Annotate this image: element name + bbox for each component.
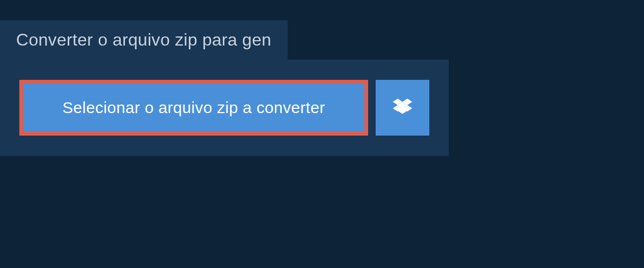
select-file-button[interactable]: Selecionar o arquivo zip a converter: [19, 80, 368, 136]
tab-convert-zip-to-gen[interactable]: Converter o arquivo zip para gen: [0, 20, 288, 59]
dropbox-icon: [393, 98, 412, 117]
select-file-label: Selecionar o arquivo zip a converter: [62, 99, 325, 117]
content-panel: Selecionar o arquivo zip a converter: [0, 59, 449, 156]
dropbox-button[interactable]: [376, 80, 429, 136]
converter-container: Converter o arquivo zip para gen Selecio…: [0, 0, 644, 156]
tab-label: Converter o arquivo zip para gen: [16, 30, 272, 49]
tab-bar: Converter o arquivo zip para gen: [0, 0, 644, 59]
